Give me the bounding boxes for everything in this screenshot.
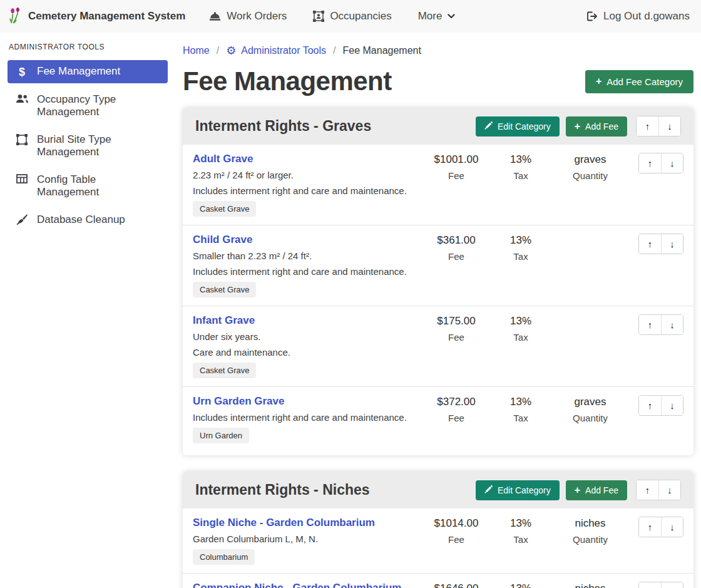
fee-row: Urn Garden Grave Includes interment righ… xyxy=(183,387,693,451)
quantity-value: niches xyxy=(551,582,630,588)
add-fee-button[interactable]: + Add Fee xyxy=(566,116,627,137)
move-category-up-button[interactable]: ↑ xyxy=(637,116,658,136)
fee-amount-label: Fee xyxy=(422,534,491,545)
fee-amount-label: Fee xyxy=(422,413,491,424)
categories: Interment Rights - Graves Edit Category … xyxy=(183,108,693,588)
quantity-column xyxy=(551,234,630,239)
nav-item-work-orders[interactable]: Work Orders xyxy=(209,10,287,23)
sign-out-icon xyxy=(586,11,598,21)
move-fee-down-button[interactable]: ↓ xyxy=(661,582,683,588)
fee-descriptions: 2.23 m² / 24 ft² or larger.Includes inte… xyxy=(193,170,418,197)
top-navbar: Cemetery Management System Work Orders xyxy=(0,0,701,33)
move-category-up-button[interactable]: ↑ xyxy=(637,480,658,500)
down-arrow-icon: ↓ xyxy=(670,522,675,532)
move-fee-up-button[interactable]: ↑ xyxy=(639,315,661,334)
fee-amount-column: $361.00 Fee xyxy=(422,234,491,262)
move-fee-down-button[interactable]: ↓ xyxy=(661,315,683,334)
fee-descriptions: Under six years.Care and maintenance. xyxy=(193,331,418,358)
nav-item-occupancies[interactable]: Occupancies xyxy=(313,10,391,23)
fee-amount-label: Fee xyxy=(422,332,491,343)
category-header: Interment Rights - Graves Edit Category … xyxy=(183,108,693,145)
fee-amount: $372.00 xyxy=(422,396,491,408)
fee-amount: $1001.00 xyxy=(422,153,491,166)
tax-column: 13% Tax xyxy=(491,582,551,588)
nav-item-label: Work Orders xyxy=(227,10,287,23)
add-fee-label: Add Fee xyxy=(585,121,618,132)
fee-name-link[interactable]: Urn Garden Grave xyxy=(193,395,418,408)
move-category-down-button[interactable]: ↓ xyxy=(658,480,680,500)
up-arrow-icon: ↑ xyxy=(645,485,650,495)
breadcrumb-current: Fee Management xyxy=(343,45,421,56)
fee-reorder-group: ↑ ↓ xyxy=(638,314,683,335)
tax-column: 13% Tax xyxy=(491,153,551,182)
app-brand[interactable]: Cemetery Management System xyxy=(8,7,185,26)
fee-name-link[interactable]: Companion Niche - Garden Columbarium xyxy=(193,582,418,588)
move-fee-up-button[interactable]: ↑ xyxy=(639,396,661,415)
fee-name-link[interactable]: Single Niche - Garden Columbarium xyxy=(193,517,418,529)
pencil-icon xyxy=(484,485,493,495)
tax-value: 13% xyxy=(491,234,551,247)
fee-amount-label: Fee xyxy=(422,170,491,182)
move-fee-down-button[interactable]: ↓ xyxy=(661,234,683,254)
fee-reorder-group: ↑ ↓ xyxy=(638,517,683,537)
edit-category-button[interactable]: Edit Category xyxy=(476,480,560,500)
breadcrumb-home-link[interactable]: Home xyxy=(183,45,210,56)
nav-item-label: Occupancies xyxy=(330,10,391,23)
fee-name-link[interactable]: Infant Grave xyxy=(193,314,418,327)
move-fee-down-button[interactable]: ↓ xyxy=(661,517,683,537)
logout-link[interactable]: Log Out d.gowans xyxy=(586,10,690,23)
fee-type-badge: Casket Grave xyxy=(193,201,256,217)
page-title: Fee Management xyxy=(183,66,392,96)
move-category-down-button[interactable]: ↓ xyxy=(658,116,680,136)
users-icon xyxy=(15,94,29,106)
move-fee-down-button[interactable]: ↓ xyxy=(661,396,683,415)
broom-icon xyxy=(15,214,29,229)
add-fee-category-button[interactable]: + Add Fee Category xyxy=(585,70,693,93)
quantity-column: niches Quantity xyxy=(551,582,630,588)
move-fee-up-button[interactable]: ↑ xyxy=(639,153,661,173)
fee-amount: $1014.00 xyxy=(422,517,491,530)
table-icon xyxy=(15,174,29,187)
sidebar-item-burial-site-type[interactable]: Burial Site Type Management xyxy=(8,128,168,163)
logout-label: Log Out d.gowans xyxy=(603,10,690,23)
plus-icon: + xyxy=(596,77,601,86)
sidebar-item-database-cleanup[interactable]: Database Cleanup xyxy=(8,209,168,234)
up-arrow-icon: ↑ xyxy=(648,400,653,411)
fee-descriptions: Smaller than 2.23 m² / 24 ft².Includes i… xyxy=(193,250,418,277)
fee-amount-label: Fee xyxy=(422,251,491,262)
move-fee-down-button[interactable]: ↓ xyxy=(661,153,683,173)
move-fee-up-button[interactable]: ↑ xyxy=(639,234,661,254)
tax-column: 13% Tax xyxy=(491,314,551,343)
nav-item-more[interactable]: More xyxy=(418,10,456,23)
sidebar-item-label: Database Cleanup xyxy=(37,214,125,226)
move-fee-up-button[interactable]: ↑ xyxy=(639,582,661,588)
sidebar-item-fee-management[interactable]: $ Fee Management xyxy=(8,60,168,83)
category-title: Interment Rights - Graves xyxy=(195,118,476,135)
sidebar-item-occupancy-type[interactable]: Occupancy Type Management xyxy=(8,88,168,123)
fee-name-link[interactable]: Child Grave xyxy=(193,234,418,246)
quantity-value: niches xyxy=(551,517,630,530)
chevron-down-icon xyxy=(448,14,455,19)
fee-name-link[interactable]: Adult Grave xyxy=(193,153,418,165)
edit-category-button[interactable]: Edit Category xyxy=(476,116,560,137)
fee-description: Includes interment right and care and ma… xyxy=(193,266,418,277)
tax-column: 13% Tax xyxy=(491,517,551,545)
sidebar-item-label: Burial Site Type Management xyxy=(37,133,160,158)
add-fee-button[interactable]: + Add Fee xyxy=(566,480,627,500)
quantity-label: Quantity xyxy=(551,413,630,424)
tax-label: Tax xyxy=(491,534,551,545)
tax-label: Tax xyxy=(491,251,551,262)
gear-icon: ⚙ xyxy=(226,46,236,56)
fee-amount: $175.00 xyxy=(422,315,491,328)
breadcrumb-admin-tools-link[interactable]: ⚙ Administrator Tools xyxy=(226,45,326,56)
occupancy-badge-icon xyxy=(313,11,324,22)
pencil-icon xyxy=(484,121,493,132)
move-fee-up-button[interactable]: ↑ xyxy=(639,517,661,537)
fee-amount: $361.00 xyxy=(422,234,491,247)
fee-description: 2.23 m² / 24 ft² or larger. xyxy=(193,170,418,181)
fee-row: Single Niche - Garden Columbarium Garden… xyxy=(183,508,693,574)
fee-reorder-group: ↑ ↓ xyxy=(638,234,683,254)
quantity-value: graves xyxy=(551,396,630,408)
sidebar-item-config-table[interactable]: Config Table Management xyxy=(8,168,168,204)
fee-row: Companion Niche - Garden Columbarium Gar… xyxy=(183,574,693,588)
